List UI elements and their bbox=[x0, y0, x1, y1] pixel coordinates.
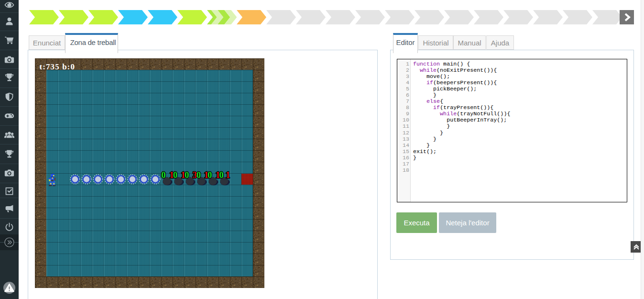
svg-text:0: 0 bbox=[173, 170, 177, 180]
svg-text:1: 1 bbox=[226, 170, 230, 180]
svg-text:0: 0 bbox=[196, 170, 201, 180]
svg-text:t:735 b:0: t:735 b:0 bbox=[40, 62, 76, 71]
svg-text:0: 0 bbox=[219, 170, 223, 180]
svg-text:0: 0 bbox=[207, 170, 212, 180]
svg-text:0: 0 bbox=[162, 170, 166, 180]
svg-text:0: 0 bbox=[185, 170, 189, 180]
